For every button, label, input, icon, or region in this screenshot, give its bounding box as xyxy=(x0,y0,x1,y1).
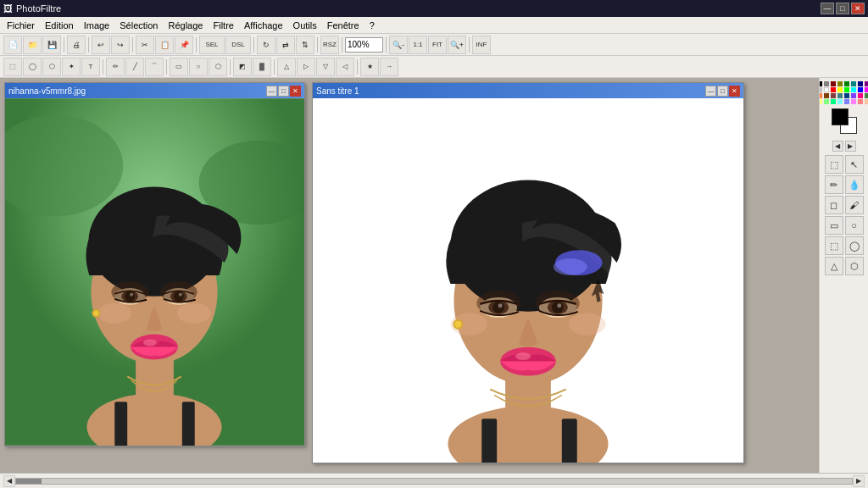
left-window-close[interactable]: ✕ xyxy=(290,86,301,97)
swatch-orange[interactable] xyxy=(819,93,822,98)
tb-copy[interactable]: 📋 xyxy=(155,36,174,54)
tb-zoom-100[interactable]: 1:1 xyxy=(409,36,427,54)
swatch-navy[interactable] xyxy=(858,81,863,86)
nav-right[interactable]: ▶ xyxy=(845,141,856,152)
tool-paint[interactable]: 🖌 xyxy=(845,196,864,214)
tool-poly2[interactable]: ⬡ xyxy=(845,257,864,275)
tb-paste[interactable]: 📌 xyxy=(175,36,193,54)
right-window-restore[interactable]: □ xyxy=(717,86,728,97)
scroll-right-btn[interactable]: ▶ xyxy=(853,475,865,487)
left-window-restore[interactable]: □ xyxy=(278,86,289,97)
tb2-tri1[interactable]: △ xyxy=(277,58,296,76)
swatch-cyan[interactable] xyxy=(851,87,856,92)
swatch-mauve[interactable] xyxy=(831,93,836,98)
swatch-lt-red[interactable] xyxy=(858,99,863,104)
tb2-rect-s[interactable]: ▭ xyxy=(170,58,188,76)
menu-fichier[interactable]: Fichier xyxy=(2,19,40,32)
tb2-grad[interactable]: ▓ xyxy=(253,58,271,76)
swatch-dark-red[interactable] xyxy=(831,81,836,86)
tb2-pen[interactable]: ✏ xyxy=(106,58,125,76)
swatch-lt-cyan[interactable] xyxy=(837,99,843,104)
tb2-tri4[interactable]: ◁ xyxy=(336,58,354,76)
swatch-violet[interactable] xyxy=(851,93,856,98)
tb-resize[interactable]: RSZ xyxy=(320,36,339,54)
tb-zoom-in[interactable]: 🔍+ xyxy=(448,36,466,54)
swatch-black[interactable] xyxy=(819,81,822,86)
swatch-magenta[interactable] xyxy=(865,87,868,92)
tb-rotate[interactable]: ↻ xyxy=(257,36,275,54)
swatch-silver[interactable] xyxy=(819,87,822,92)
swatch-hot-pink[interactable] xyxy=(858,93,863,98)
swatch-mint[interactable] xyxy=(831,99,836,104)
swatch-lt-green[interactable] xyxy=(824,99,829,104)
swatch-teal[interactable] xyxy=(851,81,856,86)
scroll-thumb[interactable] xyxy=(16,479,42,484)
tb2-1[interactable]: ⬚ xyxy=(3,58,22,76)
tool-eyedrop[interactable]: 💧 xyxy=(845,175,864,194)
tb-cut[interactable]: ✂ xyxy=(136,36,154,54)
tb-select-all[interactable]: SEL xyxy=(199,36,225,54)
tool-pointer[interactable]: ↖ xyxy=(845,155,864,174)
tb-save[interactable]: 💾 xyxy=(42,36,61,54)
tb2-3[interactable]: ⬡ xyxy=(42,58,61,76)
swatch-olive[interactable] xyxy=(837,81,843,86)
swatch-lt-blue[interactable] xyxy=(844,99,849,104)
right-window-minimize[interactable]: — xyxy=(705,86,716,97)
tool-rect-shape[interactable]: ▭ xyxy=(825,216,843,235)
swatch-royal[interactable] xyxy=(844,93,849,98)
tool-poly1[interactable]: △ xyxy=(825,257,843,275)
tb2-tri2[interactable]: ▷ xyxy=(297,58,315,76)
close-button[interactable]: ✕ xyxy=(851,3,865,14)
tb2-poly-s[interactable]: ⬡ xyxy=(209,58,227,76)
tb-open[interactable]: 📁 xyxy=(23,36,42,54)
menu-fenetre[interactable]: Fenêtre xyxy=(322,19,364,32)
tb2-4[interactable]: ✦ xyxy=(62,58,81,76)
menu-help[interactable]: ? xyxy=(364,19,380,32)
menu-image[interactable]: Image xyxy=(79,19,115,32)
tb-zoom-fit[interactable]: FIT xyxy=(428,36,447,54)
swatch-dark-green[interactable] xyxy=(844,81,849,86)
swatch-lt-yellow[interactable] xyxy=(819,99,822,104)
swatch-blue[interactable] xyxy=(858,87,863,92)
swatch-sage[interactable] xyxy=(865,93,868,98)
scroll-track[interactable] xyxy=(15,478,853,485)
zoom-input[interactable] xyxy=(345,37,383,53)
swatch-purple[interactable] xyxy=(865,81,868,86)
swatch-steel[interactable] xyxy=(837,93,843,98)
scroll-left-btn[interactable]: ◀ xyxy=(3,475,15,487)
swatch-gray[interactable] xyxy=(824,81,829,86)
tb-flip-v[interactable]: ⇅ xyxy=(296,36,314,54)
nav-left[interactable]: ◀ xyxy=(832,141,843,152)
tb-new[interactable]: 📄 xyxy=(3,36,22,54)
tb2-line[interactable]: ╱ xyxy=(125,58,144,76)
left-window-titlebar[interactable]: nihanna-v5mmr8.jpg — □ ✕ xyxy=(5,83,304,98)
minimize-button[interactable]: — xyxy=(821,3,834,14)
tool-lasso-oval[interactable]: ◯ xyxy=(845,236,864,255)
tb2-fill[interactable]: ◩ xyxy=(233,58,252,76)
tb2-5[interactable]: T xyxy=(81,58,100,76)
swatch-white[interactable] xyxy=(824,87,829,92)
tool-oval-shape[interactable]: ○ xyxy=(845,216,864,235)
tb-flip-h[interactable]: ⇄ xyxy=(276,36,295,54)
right-window-close[interactable]: ✕ xyxy=(729,86,740,97)
tool-eraser[interactable]: ◻ xyxy=(825,196,843,214)
tb-redo[interactable]: ↪ xyxy=(111,36,130,54)
menu-edition[interactable]: Edition xyxy=(40,19,79,32)
tb-info[interactable]: INF xyxy=(472,36,491,54)
tb2-circ-s[interactable]: ○ xyxy=(189,58,208,76)
tb2-tri3[interactable]: ▽ xyxy=(316,58,335,76)
menu-selection[interactable]: Sélection xyxy=(114,19,163,32)
right-canvas[interactable] xyxy=(313,98,743,463)
tb2-2[interactable]: ◯ xyxy=(23,58,42,76)
tb2-arrow[interactable]: → xyxy=(380,58,398,76)
tb-print[interactable]: 🖨 xyxy=(67,36,86,54)
tb2-curve[interactable]: ⌒ xyxy=(145,58,164,76)
tool-lasso-rect[interactable]: ⬚ xyxy=(825,236,843,255)
swatch-lime[interactable] xyxy=(844,87,849,92)
swatch-red[interactable] xyxy=(831,87,836,92)
right-window-titlebar[interactable]: Sans titre 1 — □ ✕ xyxy=(313,83,743,98)
swatch-yellow[interactable] xyxy=(837,87,843,92)
left-window-minimize[interactable]: — xyxy=(266,86,277,97)
tool-pencil[interactable]: ✏ xyxy=(825,175,843,194)
menu-filtre[interactable]: Filtre xyxy=(208,19,238,32)
